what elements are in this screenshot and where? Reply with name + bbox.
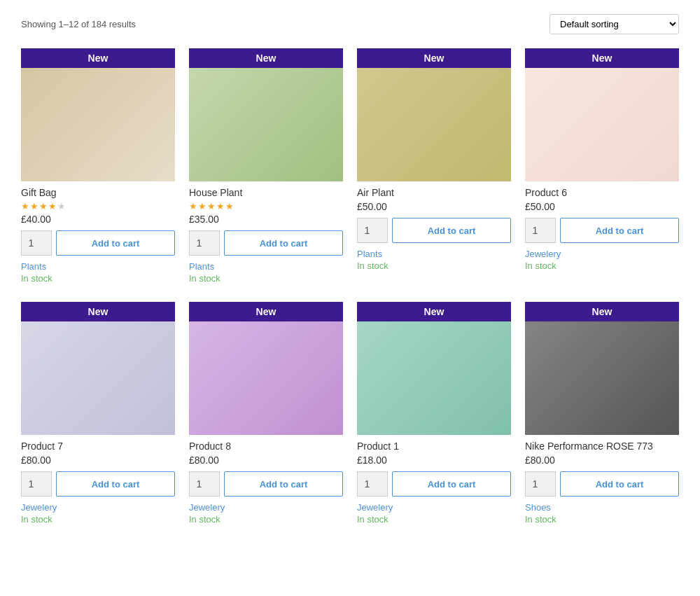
add-to-cart-row: Add to cart	[189, 230, 343, 256]
product-price: £80.00	[525, 455, 679, 466]
qty-input[interactable]	[357, 471, 388, 497]
toolbar: Showing 1–12 of 184 results Default sort…	[21, 14, 679, 34]
product-info: Product 7 £80.00 Add to cart Jewelery In…	[21, 435, 175, 529]
product-name: Product 6	[525, 187, 679, 198]
product-category[interactable]: Plants	[189, 261, 343, 272]
product-card-air-plant: New Air Plant £50.00 Add to cart Plants …	[357, 48, 511, 288]
product-image-wrapper: New	[525, 302, 679, 435]
product-info: Product 1 £18.00 Add to cart Jewelery In…	[357, 435, 511, 529]
product-price: £50.00	[525, 201, 679, 212]
qty-input[interactable]	[357, 218, 388, 243]
star-rating: ★★★★★	[189, 201, 343, 212]
new-badge: New	[357, 302, 511, 321]
add-to-cart-button[interactable]: Add to cart	[224, 471, 343, 497]
product-price: £50.00	[357, 201, 511, 212]
new-badge: New	[21, 48, 175, 68]
product-stock: In stock	[525, 261, 679, 271]
new-badge: New	[21, 302, 175, 321]
product-stock: In stock	[189, 273, 343, 284]
qty-input[interactable]	[189, 230, 220, 256]
add-to-cart-button[interactable]: Add to cart	[560, 471, 679, 497]
product-card-house-plant: New House Plant ★★★★★ £35.00 Add to cart…	[189, 48, 343, 288]
product-price: £35.00	[189, 214, 343, 225]
product-image	[21, 48, 175, 181]
add-to-cart-button[interactable]: Add to cart	[392, 471, 511, 497]
product-image	[525, 48, 679, 181]
product-image	[21, 302, 175, 435]
product-name: Product 1	[357, 441, 511, 452]
product-card-product-7: New Product 7 £80.00 Add to cart Jeweler…	[21, 302, 175, 529]
product-image-wrapper: New	[357, 48, 511, 181]
product-card-product-8: New Product 8 £80.00 Add to cart Jeweler…	[189, 302, 343, 529]
product-card-gift-bag: New Gift Bag ★★★★★ £40.00 Add to cart Pl…	[21, 48, 175, 288]
add-to-cart-button[interactable]: Add to cart	[224, 230, 343, 256]
product-card-product-1: New Product 1 £18.00 Add to cart Jeweler…	[357, 302, 511, 529]
new-badge: New	[525, 48, 679, 68]
product-price: £40.00	[21, 214, 175, 225]
product-name: Air Plant	[357, 187, 511, 198]
page-wrapper: Showing 1–12 of 184 results Default sort…	[0, 0, 700, 543]
add-to-cart-row: Add to cart	[525, 218, 679, 243]
products-grid: New Gift Bag ★★★★★ £40.00 Add to cart Pl…	[21, 48, 679, 529]
product-info: Nike Performance ROSE 773 £80.00 Add to …	[525, 435, 679, 529]
add-to-cart-row: Add to cart	[357, 218, 511, 243]
product-card-product-6: New Product 6 £50.00 Add to cart Jeweler…	[525, 48, 679, 288]
new-badge: New	[189, 302, 343, 321]
new-badge: New	[525, 302, 679, 321]
qty-input[interactable]	[189, 471, 220, 497]
sort-select[interactable]: Default sortingSort by popularitySort by…	[550, 14, 679, 34]
product-info: Product 6 £50.00 Add to cart Jewelery In…	[525, 181, 679, 275]
product-info: Gift Bag ★★★★★ £40.00 Add to cart Plants…	[21, 181, 175, 288]
qty-input[interactable]	[525, 471, 556, 497]
product-category[interactable]: Jewelery	[189, 502, 343, 513]
product-stock: In stock	[357, 261, 511, 271]
add-to-cart-row: Add to cart	[21, 471, 175, 497]
product-price: £80.00	[189, 455, 343, 466]
product-category[interactable]: Plants	[21, 261, 175, 272]
add-to-cart-button[interactable]: Add to cart	[56, 230, 175, 256]
qty-input[interactable]	[21, 471, 52, 497]
qty-input[interactable]	[21, 230, 52, 256]
product-image-wrapper: New	[189, 48, 343, 181]
product-category[interactable]: Shoes	[525, 502, 679, 513]
product-stock: In stock	[189, 514, 343, 525]
star-rating: ★★★★★	[21, 201, 175, 212]
results-text: Showing 1–12 of 184 results	[21, 19, 136, 29]
product-name: Product 7	[21, 441, 175, 452]
product-image-wrapper: New	[189, 302, 343, 435]
add-to-cart-row: Add to cart	[357, 471, 511, 497]
product-category[interactable]: Jewelery	[525, 249, 679, 259]
qty-input[interactable]	[525, 218, 556, 243]
product-info: Air Plant £50.00 Add to cart Plants In s…	[357, 181, 511, 275]
add-to-cart-row: Add to cart	[189, 471, 343, 497]
product-image	[525, 302, 679, 435]
product-image	[189, 302, 343, 435]
product-image-wrapper: New	[525, 48, 679, 181]
add-to-cart-button[interactable]: Add to cart	[56, 471, 175, 497]
product-stock: In stock	[21, 273, 175, 284]
product-name: Product 8	[189, 441, 343, 452]
product-name: Gift Bag	[21, 187, 175, 198]
new-badge: New	[357, 48, 511, 68]
product-price: £18.00	[357, 455, 511, 466]
product-image	[357, 302, 511, 435]
product-card-nike-rose: New Nike Performance ROSE 773 £80.00 Add…	[525, 302, 679, 529]
product-image	[357, 48, 511, 181]
new-badge: New	[189, 48, 343, 68]
add-to-cart-row: Add to cart	[21, 230, 175, 256]
product-name: House Plant	[189, 187, 343, 198]
product-category[interactable]: Jewelery	[21, 502, 175, 513]
product-stock: In stock	[21, 514, 175, 525]
product-image-wrapper: New	[357, 302, 511, 435]
product-category[interactable]: Jewelery	[357, 502, 511, 513]
add-to-cart-button[interactable]: Add to cart	[392, 218, 511, 243]
product-name: Nike Performance ROSE 773	[525, 441, 679, 452]
product-stock: In stock	[357, 514, 511, 525]
add-to-cart-button[interactable]: Add to cart	[560, 218, 679, 243]
add-to-cart-row: Add to cart	[525, 471, 679, 497]
product-category[interactable]: Plants	[357, 249, 511, 259]
product-info: House Plant ★★★★★ £35.00 Add to cart Pla…	[189, 181, 343, 288]
product-image-wrapper: New	[21, 48, 175, 181]
product-info: Product 8 £80.00 Add to cart Jewelery In…	[189, 435, 343, 529]
product-stock: In stock	[525, 514, 679, 525]
